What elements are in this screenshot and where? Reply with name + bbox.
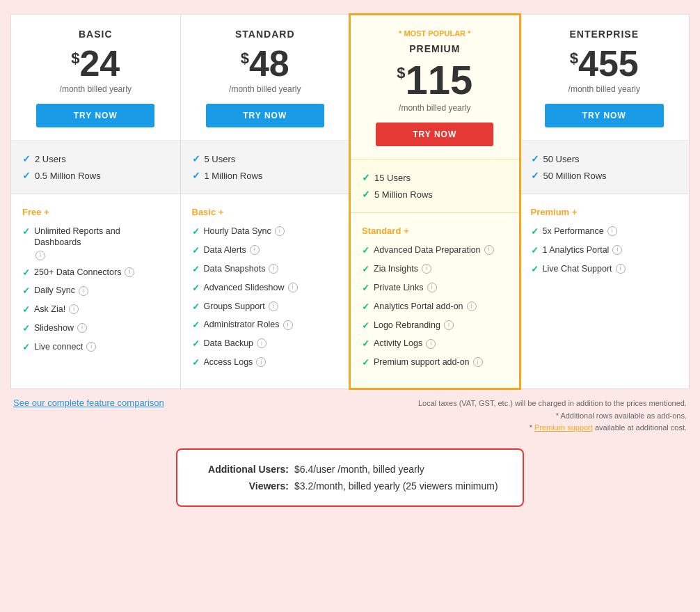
stat-rows-standard: ✓ 1 Million Rows bbox=[192, 170, 339, 181]
info-icon-enterprise-1[interactable]: i bbox=[612, 245, 622, 255]
info-icon-standard-7[interactable]: i bbox=[256, 357, 266, 367]
premium-support-link[interactable]: Premium support bbox=[534, 423, 593, 432]
info-icon-enterprise-0[interactable]: i bbox=[607, 226, 617, 236]
info-icon-basic-2[interactable]: i bbox=[79, 286, 88, 296]
info-icon-standard-3[interactable]: i bbox=[288, 283, 298, 292]
info-icon-basic-5[interactable]: i bbox=[86, 342, 96, 352]
info-icon-enterprise-2[interactable]: i bbox=[616, 264, 626, 274]
see-comparison-link[interactable]: See our complete feature comparison bbox=[13, 398, 164, 408]
plan-name-standard: STANDARD bbox=[191, 29, 340, 40]
plan-header-basic: BASIC $ 24 /month billed yearly TRY NOW bbox=[11, 15, 180, 141]
check-rows-enterprise: ✓ bbox=[531, 170, 539, 181]
feature-check-premium-4: ✓ bbox=[362, 320, 369, 332]
info-icon-premium-6[interactable]: i bbox=[473, 357, 483, 367]
info-icon-basic-4[interactable]: i bbox=[77, 323, 87, 333]
feature-item-standard-1: ✓ Data Alertsi bbox=[192, 244, 339, 257]
feature-item-premium-0: ✓ Advanced Data Preparationi bbox=[362, 244, 508, 257]
plan-price-standard: $ 48 bbox=[191, 45, 340, 81]
price-amount-standard: 48 bbox=[249, 45, 289, 81]
feature-text-premium-5: Activity Logsi bbox=[374, 338, 436, 349]
stat-users-premium: ✓ 15 Users bbox=[362, 172, 508, 183]
feature-text-premium-3: Analytics Portal add-oni bbox=[374, 301, 477, 312]
feature-check-standard-2: ✓ bbox=[192, 264, 200, 276]
try-btn-basic[interactable]: TRY NOW bbox=[36, 104, 154, 127]
plan-name-enterprise: ENTERPRISE bbox=[530, 29, 679, 40]
features-title-basic: Free + bbox=[22, 207, 169, 217]
footer-notes: See our complete feature comparison Loca… bbox=[10, 398, 690, 434]
try-btn-standard[interactable]: TRY NOW bbox=[206, 104, 324, 127]
try-btn-premium[interactable]: TRY NOW bbox=[376, 123, 493, 146]
check-users-enterprise: ✓ bbox=[531, 153, 539, 164]
feature-check-premium-5: ✓ bbox=[362, 338, 369, 350]
feature-item-enterprise-1: ✓ 1 Analytics Portali bbox=[531, 244, 678, 257]
stat-users-standard: ✓ 5 Users bbox=[192, 153, 339, 164]
price-amount-premium: 115 bbox=[405, 60, 472, 100]
info-icon-standard-5[interactable]: i bbox=[283, 320, 293, 330]
info-icon-basic-3[interactable]: i bbox=[69, 304, 79, 314]
feature-item-standard-0: ✓ Hourly Data Synci bbox=[192, 226, 339, 238]
feature-text-basic-2: Daily Synci bbox=[34, 285, 88, 296]
plan-features-basic: Free + ✓ Unlimited Reports and Dashboard… bbox=[11, 194, 180, 372]
try-btn-enterprise[interactable]: TRY NOW bbox=[545, 104, 664, 127]
feature-text-standard-7: Access Logsi bbox=[204, 356, 267, 368]
additional-viewers-label: Viewers: bbox=[198, 480, 289, 492]
tax-note-3: * Premium support available at additiona… bbox=[418, 422, 687, 434]
plan-stats-premium: ✓ 15 Users ✓ 5 Million Rows bbox=[351, 159, 519, 213]
feature-item-standard-3: ✓ Advanced Slideshowi bbox=[192, 282, 339, 295]
feature-text-premium-4: Logo Rebrandingi bbox=[374, 320, 454, 331]
info-icon-standard-6[interactable]: i bbox=[257, 338, 267, 348]
info-icon-standard-0[interactable]: i bbox=[275, 226, 285, 236]
feature-check-enterprise-1: ✓ bbox=[531, 245, 539, 257]
feature-check-basic-2: ✓ bbox=[22, 285, 30, 297]
check-users-premium: ✓ bbox=[362, 172, 370, 183]
feature-text-basic-0: Unlimited Reports and Dashboardsi bbox=[34, 226, 169, 260]
feature-check-premium-2: ✓ bbox=[362, 283, 369, 295]
info-icon-premium-2[interactable]: i bbox=[427, 283, 437, 292]
feature-check-premium-6: ✓ bbox=[362, 357, 369, 369]
price-billing-basic: /month billed yearly bbox=[22, 84, 170, 94]
feature-text-standard-6: Data Backupi bbox=[204, 338, 267, 349]
feature-text-standard-5: Administrator Rolesi bbox=[204, 319, 293, 330]
info-icon-premium-0[interactable]: i bbox=[484, 245, 494, 255]
info-icon-basic-1[interactable]: i bbox=[125, 267, 134, 277]
stat-rows-premium: ✓ 5 Million Rows bbox=[362, 189, 508, 200]
info-icon-standard-1[interactable]: i bbox=[250, 245, 260, 255]
feature-item-basic-1: ✓ 250+ Data Connectorsi bbox=[22, 267, 169, 279]
rows-label-premium: 5 Million Rows bbox=[374, 189, 433, 200]
feature-text-enterprise-0: 5x Performancei bbox=[543, 226, 617, 237]
stat-users-basic: ✓ 2 Users bbox=[22, 153, 169, 164]
price-billing-premium: /month billed yearly bbox=[361, 103, 509, 113]
rows-label-standard: 1 Million Rows bbox=[205, 171, 263, 181]
info-icon-premium-4[interactable]: i bbox=[444, 320, 454, 330]
info-icon-standard-2[interactable]: i bbox=[269, 264, 278, 274]
feature-item-basic-3: ✓ Ask Zia!i bbox=[22, 304, 169, 316]
feature-text-basic-3: Ask Zia!i bbox=[34, 304, 79, 315]
price-dollar-premium: $ bbox=[397, 65, 405, 81]
info-icon-basic-0[interactable]: i bbox=[35, 251, 45, 260]
plan-header-standard: STANDARD $ 48 /month billed yearly TRY N… bbox=[181, 15, 350, 141]
feature-item-enterprise-2: ✓ Live Chat Supporti bbox=[531, 263, 678, 276]
users-label-premium: 15 Users bbox=[374, 173, 411, 183]
feature-item-standard-6: ✓ Data Backupi bbox=[192, 338, 339, 350]
additional-users-value: $6.4/user /month, billed yearly bbox=[294, 464, 424, 475]
additional-users-row: Additional Users: $6.4/user /month, bill… bbox=[198, 464, 502, 475]
info-icon-premium-3[interactable]: i bbox=[467, 301, 477, 311]
check-rows-basic: ✓ bbox=[22, 170, 31, 181]
feature-item-premium-5: ✓ Activity Logsi bbox=[362, 338, 508, 350]
info-icon-premium-1[interactable]: i bbox=[422, 264, 431, 274]
feature-text-enterprise-2: Live Chat Supporti bbox=[543, 263, 626, 274]
plan-stats-basic: ✓ 2 Users ✓ 0.5 Million Rows bbox=[11, 141, 180, 194]
feature-item-premium-3: ✓ Analytics Portal add-oni bbox=[362, 301, 508, 313]
info-icon-premium-5[interactable]: i bbox=[426, 339, 436, 349]
feature-text-premium-2: Private Linksi bbox=[374, 282, 437, 293]
feature-check-standard-6: ✓ bbox=[192, 338, 200, 350]
info-icon-standard-4[interactable]: i bbox=[269, 301, 278, 311]
feature-text-standard-3: Advanced Slideshowi bbox=[204, 282, 298, 293]
plan-header-enterprise: ENTERPRISE $ 455 /month billed yearly TR… bbox=[520, 15, 690, 141]
feature-text-premium-1: Zia Insightsi bbox=[374, 263, 431, 274]
users-label-standard: 5 Users bbox=[205, 154, 236, 164]
tax-note-1: Local taxes (VAT, GST, etc.) will be cha… bbox=[418, 398, 687, 410]
feature-check-basic-4: ✓ bbox=[22, 323, 30, 335]
feature-text-premium-0: Advanced Data Preparationi bbox=[374, 244, 494, 256]
plan-col-enterprise: ENTERPRISE $ 455 /month billed yearly TR… bbox=[520, 15, 690, 389]
